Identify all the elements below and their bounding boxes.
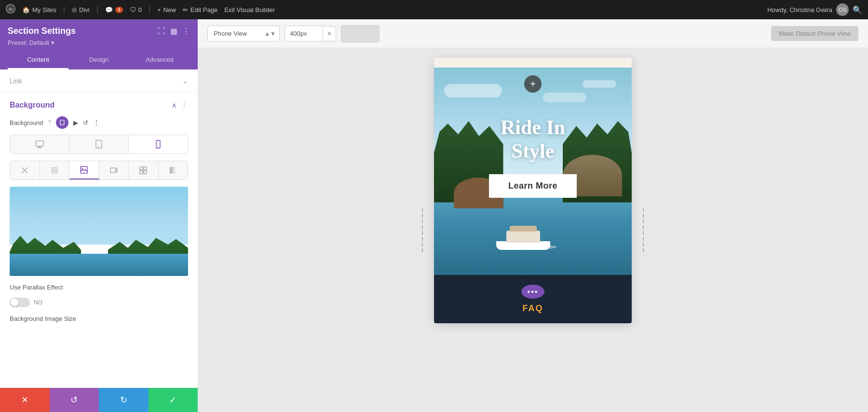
parallax-label: Use Parallax Effect xyxy=(10,284,63,291)
admin-bar-right: Howdy, Christina Gwira CG 🔍 xyxy=(767,3,862,16)
comments-0-menu[interactable]: 🗨 0 xyxy=(130,6,142,14)
home-icon: 🏠 xyxy=(22,6,30,14)
hero-title: Ride InStyle xyxy=(501,116,565,163)
bg-label-row: Background ? ▶ ↺ ⋮ xyxy=(10,116,188,129)
confirm-button[interactable]: ✓ xyxy=(149,388,198,412)
svg-point-10 xyxy=(158,147,159,148)
width-clear-button[interactable]: ✕ xyxy=(323,26,336,41)
bg-section-header: Background ∧ ⋮ xyxy=(10,100,188,110)
make-default-phone-view-button[interactable]: Make Default Phone View xyxy=(771,26,858,41)
user-greeting: Howdy, Christina Gwira xyxy=(767,6,832,14)
bg-arrow-icon[interactable]: ▶ xyxy=(73,119,78,126)
svg-text:W: W xyxy=(9,7,13,12)
device-tab-tablet[interactable] xyxy=(69,135,129,153)
width-input-group: ✕ xyxy=(285,26,336,41)
bg-type-pattern[interactable] xyxy=(129,161,159,179)
bg-mobile-device-btn[interactable] xyxy=(56,116,68,129)
svg-rect-6 xyxy=(37,148,42,148)
cancel-button[interactable]: ✕ xyxy=(0,388,50,412)
comment-icon: 💬 xyxy=(105,6,113,14)
left-drag-handle[interactable] xyxy=(422,208,423,252)
view-select[interactable]: Phone View xyxy=(207,26,280,41)
exit-visual-builder-btn[interactable]: Exit Visual Builder xyxy=(224,6,275,14)
my-sites-menu[interactable]: 🏠 My Sites xyxy=(22,6,56,14)
comments-4-menu[interactable]: 💬 4 xyxy=(105,6,123,14)
bg-reset-icon[interactable]: ↺ xyxy=(83,119,88,126)
redo-button[interactable]: ↻ xyxy=(99,388,149,412)
bg-collapse-icon[interactable]: ∧ xyxy=(172,101,176,109)
learn-more-button[interactable]: Learn More xyxy=(489,174,577,198)
panel-title-row: Section Settings ⛶ ▦ ⋮ xyxy=(8,26,190,36)
columns-icon[interactable]: ▦ xyxy=(170,27,177,36)
device-tab-mobile[interactable] xyxy=(129,135,188,153)
right-drag-handle[interactable] xyxy=(643,208,644,252)
bg-type-row xyxy=(10,161,188,180)
reset-button[interactable]: ↺ xyxy=(50,388,99,412)
color-swatch[interactable] xyxy=(341,25,380,42)
bg-type-none[interactable] xyxy=(10,161,40,179)
fullscreen-icon[interactable]: ⛶ xyxy=(158,27,165,36)
bg-options-icon[interactable]: ⋮ xyxy=(93,119,100,126)
reset-icon: ↺ xyxy=(70,395,78,405)
panel-header: Section Settings ⛶ ▦ ⋮ Preset: Default ▾… xyxy=(0,19,198,69)
new-menu[interactable]: + New xyxy=(157,6,176,14)
user-avatar[interactable]: CG xyxy=(836,3,849,16)
device-tab-desktop[interactable] xyxy=(10,135,69,153)
background-section: Background ∧ ⋮ Background ? xyxy=(0,93,198,337)
bg-type-image[interactable] xyxy=(69,161,99,179)
bg-section-title: Background xyxy=(10,101,54,110)
preset-chevron-icon: ▾ xyxy=(51,39,54,46)
link-chevron-icon: ⌄ xyxy=(182,76,188,85)
link-section-row[interactable]: Link ⌄ xyxy=(0,69,198,93)
tab-content[interactable]: Content xyxy=(8,51,68,69)
svg-rect-13 xyxy=(51,167,58,174)
bg-image-preview[interactable] xyxy=(10,187,188,276)
phone-preview: + Ride InStyle Learn More ••• FAQ xyxy=(434,58,632,323)
comment2-icon: 🗨 xyxy=(130,6,136,14)
bg-section-controls: ∧ ⋮ xyxy=(172,100,188,110)
svg-point-8 xyxy=(98,147,99,148)
cancel-icon: ✕ xyxy=(21,395,28,405)
pencil-icon: ✏ xyxy=(183,6,188,14)
tab-design[interactable]: Design xyxy=(68,51,129,69)
parallax-toggle-label: NO xyxy=(34,299,42,306)
bg-size-label: Background Image Size xyxy=(10,315,76,322)
width-input[interactable] xyxy=(285,26,323,41)
main-layout: Section Settings ⛶ ▦ ⋮ Preset: Default ▾… xyxy=(0,19,868,412)
bg-type-color[interactable] xyxy=(40,161,70,179)
parallax-field-row: Use Parallax Effect xyxy=(10,284,188,291)
wordpress-logo-icon[interactable]: W xyxy=(6,4,15,15)
faq-dots-button[interactable]: ••• xyxy=(521,285,544,299)
divi-menu[interactable]: ◎ Divi xyxy=(72,6,90,14)
tab-advanced[interactable]: Advanced xyxy=(129,51,190,69)
panel-content: Link ⌄ Background ∧ ⋮ Background ? xyxy=(0,69,198,388)
preset-selector[interactable]: Preset: Default ▾ xyxy=(8,39,190,46)
edit-page-btn[interactable]: ✏ Edit Page xyxy=(183,6,217,14)
panel-tabs: Content Design Advanced xyxy=(8,51,190,69)
bg-more-icon[interactable]: ⋮ xyxy=(180,100,188,110)
more-vert-icon[interactable]: ⋮ xyxy=(182,27,190,36)
svg-rect-16 xyxy=(110,168,115,173)
svg-rect-18 xyxy=(144,167,147,170)
bottom-action-bar: ✕ ↺ ↻ ✓ xyxy=(0,388,198,412)
bg-help-icon[interactable]: ? xyxy=(48,119,51,126)
bg-type-video[interactable] xyxy=(99,161,129,179)
add-section-button[interactable]: + xyxy=(524,75,542,93)
hero-overlay: + Ride InStyle Learn More xyxy=(434,68,632,275)
hero-section: + Ride InStyle Learn More xyxy=(434,68,632,275)
sep1: | xyxy=(63,5,65,14)
svg-rect-21 xyxy=(170,167,176,174)
page-top-section xyxy=(434,58,632,68)
admin-bar-left: W 🏠 My Sites | ◎ Divi | 💬 4 🗨 0 | + New … xyxy=(6,4,760,15)
device-tabs xyxy=(10,135,188,154)
bg-type-gradient[interactable] xyxy=(159,161,188,179)
parallax-toggle[interactable] xyxy=(10,298,30,307)
admin-bar: W 🏠 My Sites | ◎ Divi | 💬 4 🗨 0 | + New … xyxy=(0,0,868,19)
panel-title: Section Settings xyxy=(8,26,76,36)
svg-rect-17 xyxy=(140,167,143,170)
faq-section: ••• FAQ xyxy=(434,275,632,323)
sep3: | xyxy=(149,5,150,14)
search-admin-icon[interactable]: 🔍 xyxy=(853,5,862,14)
link-label: Link xyxy=(10,77,22,85)
divi-icon: ◎ xyxy=(72,6,77,13)
